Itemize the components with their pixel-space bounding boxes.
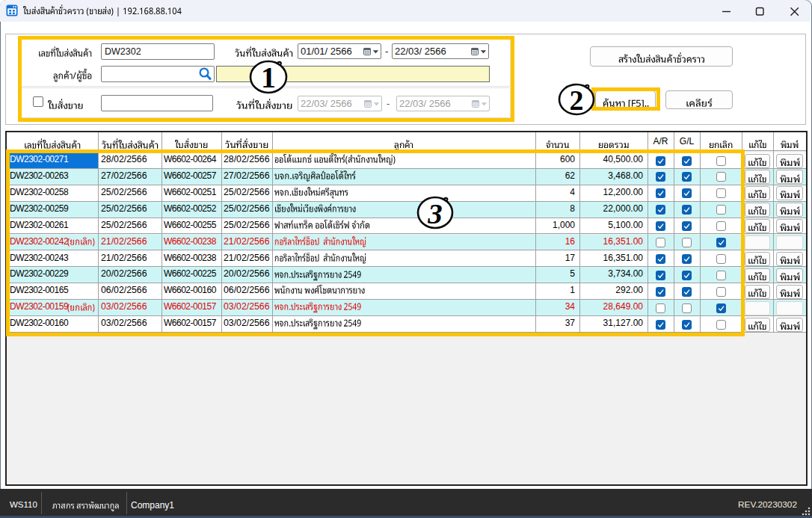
svg-text:3: 3 (427, 197, 442, 229)
svg-text:2: 2 (570, 84, 584, 116)
svg-text:1: 1 (261, 61, 276, 94)
